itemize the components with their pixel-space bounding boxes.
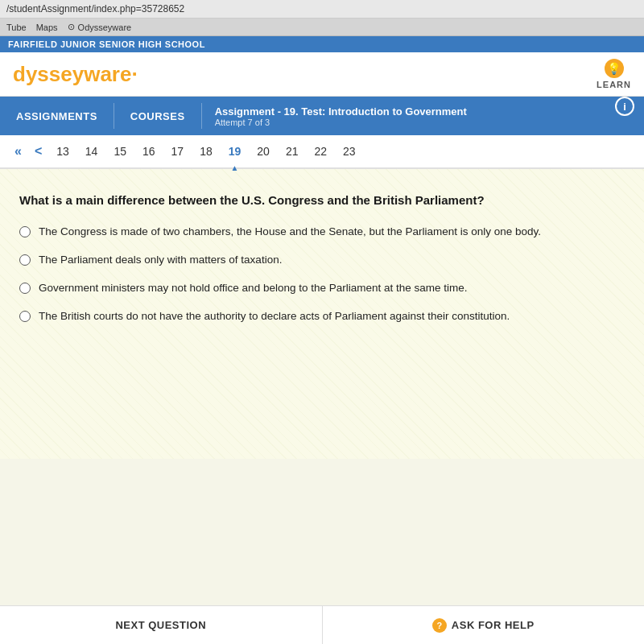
ask-for-help-button[interactable]: ? ASK FOR HELP [323,618,645,633]
q-num-21[interactable]: 21 [279,142,305,161]
q-num-20[interactable]: 20 [250,142,276,161]
tab-tube[interactable]: Tube [6,23,27,32]
q-num-13[interactable]: 13 [50,142,76,161]
nav-back-double[interactable]: « [10,142,27,160]
radio-3[interactable] [19,283,31,294]
radio-1[interactable] [19,226,31,237]
next-question-button[interactable]: NEXT QUESTION [0,606,323,644]
assignment-info: Assignment - 19. Test: Introduction to G… [202,97,615,135]
q-num-23[interactable]: 23 [336,142,362,161]
q-num-18[interactable]: 18 [193,142,219,161]
option-1-text: The Congress is made of two chambers, th… [39,225,541,240]
assignment-attempt: Attempt 7 of 3 [215,118,602,127]
school-bar: FAIRFIELD JUNIOR SENIOR HIGH SCHOOL [0,36,644,52]
nav-back-single[interactable]: < [30,142,47,160]
info-icon[interactable]: i [615,97,634,116]
help-icon: ? [432,618,447,633]
question-text: What is a main difference between the U.… [19,192,625,208]
next-question-label: NEXT QUESTION [115,619,206,631]
q-num-19-active[interactable]: 19 [222,142,248,161]
ask-for-help-label: ASK FOR HELP [452,619,535,631]
option-3-text: Government ministers may not hold office… [39,281,468,296]
browser-tabs: Tube Maps ⊙ Odysseyware [0,19,644,36]
assignment-title: Assignment - 19. Test: Introduction to G… [215,105,602,118]
q-num-22[interactable]: 22 [308,142,333,161]
q-num-15[interactable]: 15 [107,142,133,161]
browser-url-bar: /studentAssignment/index.php=35728652 [0,0,644,19]
content-area: What is a main difference between the U.… [0,169,644,459]
option-2[interactable]: The Parliament deals only with matters o… [19,253,625,268]
nav-bar: ASSIGNMENTS COURSES Assignment - 19. Tes… [0,97,644,135]
tab-odysseyware[interactable]: ⊙ Odysseyware [68,22,132,32]
nav-courses[interactable]: COURSES [114,97,201,135]
option-1[interactable]: The Congress is made of two chambers, th… [19,225,625,240]
radio-4[interactable] [19,311,31,322]
app-logo: dysseyware· [13,62,138,87]
bulb-icon: 💡 [605,59,624,78]
q-num-17[interactable]: 17 [165,142,191,161]
app-header: dysseyware· 💡 LEARN [0,52,644,97]
tab-maps[interactable]: Maps [36,23,58,32]
q-num-16[interactable]: 16 [136,142,162,161]
q-num-14[interactable]: 14 [79,142,105,161]
option-2-text: The Parliament deals only with matters o… [39,253,282,268]
question-nav: « < 13 14 15 16 17 18 19 20 21 22 23 [0,135,644,169]
option-4[interactable]: The British courts do not have the autho… [19,309,625,324]
learn-button[interactable]: 💡 LEARN [597,59,631,89]
nav-assignments[interactable]: ASSIGNMENTS [0,97,114,135]
footer: NEXT QUESTION ? ASK FOR HELP [0,605,644,644]
option-3[interactable]: Government ministers may not hold office… [19,281,625,296]
radio-2[interactable] [19,254,31,266]
learn-label: LEARN [597,80,631,89]
option-4-text: The British courts do not have the autho… [39,309,510,324]
